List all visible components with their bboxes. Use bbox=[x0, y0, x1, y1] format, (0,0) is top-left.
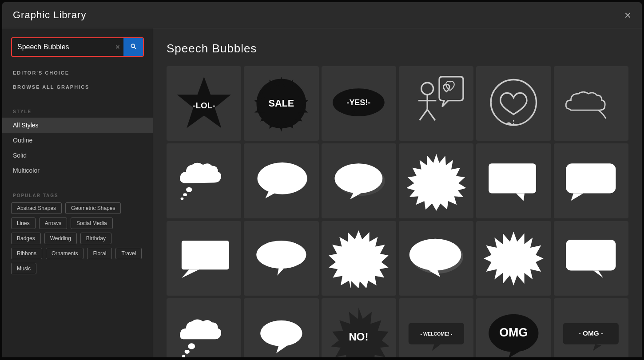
svg-marker-37 bbox=[484, 231, 544, 285]
tag-wedding[interactable]: Wedding bbox=[44, 233, 77, 244]
grid-item-explosion[interactable] bbox=[322, 221, 396, 296]
grid-item-cloud-right[interactable] bbox=[554, 66, 628, 141]
grid-item-heart-circle[interactable] bbox=[476, 66, 551, 141]
grid-item-starburst[interactable] bbox=[476, 221, 551, 296]
close-button[interactable]: × bbox=[624, 9, 631, 21]
starburst-graphic bbox=[484, 229, 544, 289]
search-box: × bbox=[11, 37, 144, 57]
round-corner-graphic bbox=[561, 158, 621, 203]
svg-rect-25 bbox=[489, 163, 536, 193]
grid-item-omg-dark[interactable]: OMG bbox=[476, 298, 551, 357]
svg-marker-28 bbox=[571, 194, 584, 201]
welcome-dark-graphic: - WELCOME! - bbox=[406, 319, 466, 353]
oval-big-graphic bbox=[406, 236, 466, 281]
grid-item-rect-left-tail[interactable] bbox=[167, 221, 241, 296]
svg-point-18 bbox=[180, 198, 183, 200]
svg-point-31 bbox=[256, 241, 306, 269]
nav-item-editors-choice[interactable]: EDITOR'S CHOICE bbox=[2, 66, 153, 80]
tag-geometric-shapes[interactable]: Geometric Shapes bbox=[65, 202, 121, 214]
lol-burst-graphic: -LOL- bbox=[174, 74, 234, 134]
tag-ornaments[interactable]: Ornaments bbox=[46, 248, 83, 259]
grid-item-corner-rounded[interactable] bbox=[554, 221, 628, 296]
svg-text:-LOL-: -LOL- bbox=[193, 101, 215, 110]
grid-item-welcome-dark[interactable]: - WELCOME! - bbox=[399, 298, 473, 357]
tag-floral[interactable]: Floral bbox=[87, 248, 112, 259]
explosion-graphic bbox=[329, 229, 389, 289]
tag-birthday[interactable]: Birthday bbox=[80, 233, 111, 244]
svg-marker-30 bbox=[182, 270, 199, 278]
grid-item-lol-burst[interactable]: -LOL- bbox=[167, 66, 241, 141]
grid-item-heart-person[interactable] bbox=[399, 66, 473, 141]
svg-point-16 bbox=[186, 187, 192, 192]
svg-line-12 bbox=[419, 110, 427, 120]
sale-burst-graphic: SALE bbox=[251, 74, 311, 134]
nav-item-browse-all[interactable]: BROWSE ALL GRAPHICS bbox=[2, 80, 153, 94]
yes-oval-graphic: -YES!- bbox=[329, 83, 389, 123]
no-burst-graphic: NO! bbox=[329, 306, 389, 357]
rect-left-tail-graphic bbox=[174, 236, 234, 281]
svg-marker-32 bbox=[278, 268, 284, 276]
oval-bottom-graphic bbox=[251, 236, 311, 281]
omg-dash-graphic: - OMG - bbox=[561, 319, 621, 353]
grid-item-sale-burst[interactable]: SALE bbox=[244, 66, 318, 141]
svg-marker-48 bbox=[432, 344, 441, 350]
style-item-solid[interactable]: Solid bbox=[2, 148, 153, 163]
grid-item-spiky-burst[interactable] bbox=[399, 143, 473, 218]
svg-point-17 bbox=[183, 194, 187, 197]
search-clear-button[interactable]: × bbox=[111, 43, 123, 52]
search-input[interactable] bbox=[12, 39, 111, 55]
style-item-outline[interactable]: Outline bbox=[2, 133, 153, 148]
style-item-all-styles[interactable]: All Styles bbox=[2, 118, 153, 133]
svg-rect-27 bbox=[566, 163, 616, 193]
tag-ribbons[interactable]: Ribbons bbox=[11, 248, 42, 259]
content-title: Speech Bubbles bbox=[167, 42, 628, 55]
grid-item-no-burst[interactable]: NO! bbox=[322, 298, 396, 357]
tag-music[interactable]: Music bbox=[11, 263, 36, 274]
oval-left-graphic bbox=[251, 158, 311, 203]
svg-text:SALE: SALE bbox=[269, 98, 294, 109]
svg-text:- OMG -: - OMG - bbox=[579, 329, 604, 337]
svg-text:OMG: OMG bbox=[499, 326, 528, 339]
grid-item-oval-left[interactable] bbox=[244, 143, 318, 218]
cloud-right-graphic bbox=[561, 81, 621, 126]
tag-arrows[interactable]: Arrows bbox=[39, 218, 67, 229]
svg-point-14 bbox=[491, 79, 536, 125]
svg-line-13 bbox=[427, 110, 435, 120]
svg-marker-44 bbox=[276, 345, 286, 353]
tag-lines[interactable]: Lines bbox=[11, 218, 36, 229]
main-content: Speech Bubbles -LOL- bbox=[153, 28, 642, 357]
style-section: STYLE All Styles Outline Solid Multicolo… bbox=[2, 103, 153, 178]
grid-item-omg-dash[interactable]: - OMG - bbox=[554, 298, 628, 357]
search-button[interactable] bbox=[123, 38, 143, 56]
spiky-burst-graphic bbox=[406, 151, 466, 211]
svg-point-40 bbox=[188, 343, 195, 349]
grid-item-oval-small[interactable] bbox=[244, 298, 318, 357]
style-item-multicolor[interactable]: Multicolor bbox=[2, 163, 153, 178]
omg-dark-graphic: OMG bbox=[484, 311, 544, 357]
svg-point-22 bbox=[335, 163, 383, 193]
svg-rect-29 bbox=[182, 241, 229, 270]
svg-point-41 bbox=[184, 350, 189, 354]
grid-item-oval-big[interactable] bbox=[399, 221, 473, 296]
grid-item-round-corner[interactable] bbox=[554, 143, 628, 218]
tag-badges[interactable]: Badges bbox=[11, 233, 41, 244]
oval-shadow-graphic bbox=[329, 158, 389, 203]
grid-item-cloud-bottom[interactable] bbox=[167, 298, 241, 357]
heart-person-graphic bbox=[406, 74, 466, 134]
tag-abstract-shapes[interactable]: Abstract Shapes bbox=[11, 202, 62, 214]
grid-item-yes-oval[interactable]: -YES!- bbox=[322, 66, 396, 141]
tags-container: Abstract Shapes Geometric Shapes Lines A… bbox=[2, 202, 153, 274]
tag-travel[interactable]: Travel bbox=[115, 248, 142, 259]
tag-social-media[interactable]: Social Media bbox=[71, 218, 113, 229]
svg-point-9 bbox=[421, 83, 433, 95]
grid-item-oval-bottom[interactable] bbox=[244, 221, 318, 296]
tags-section-label: POPULAR TAGS bbox=[2, 187, 153, 202]
grid-item-oval-shadow[interactable] bbox=[322, 143, 396, 218]
svg-point-35 bbox=[409, 239, 461, 271]
style-section-label: STYLE bbox=[2, 103, 153, 118]
search-icon bbox=[130, 43, 137, 50]
grid-item-thought-cloud[interactable] bbox=[167, 143, 241, 218]
svg-marker-24 bbox=[406, 154, 466, 211]
corner-rounded-graphic bbox=[561, 236, 621, 281]
grid-item-rect-right[interactable] bbox=[476, 143, 551, 218]
